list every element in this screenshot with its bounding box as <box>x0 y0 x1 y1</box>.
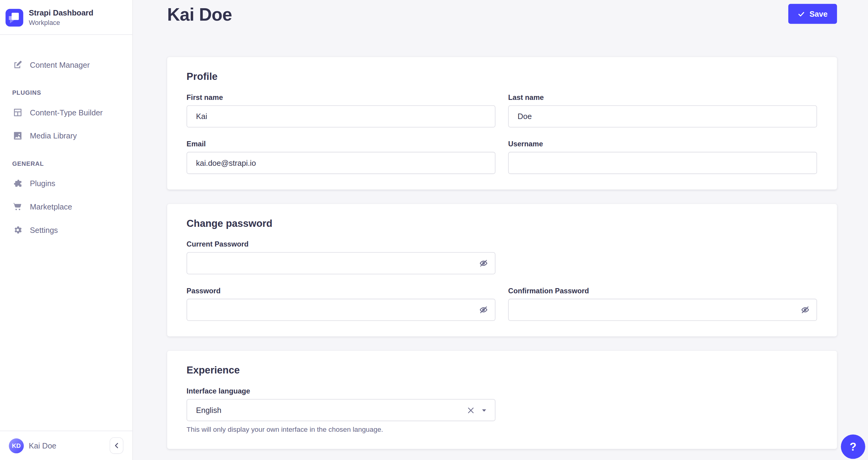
username-field-group: Username <box>508 140 817 174</box>
interface-language-field-group: Interface language English <box>187 387 495 433</box>
email-input[interactable] <box>187 152 495 174</box>
chevron-left-icon <box>113 442 120 449</box>
sidebar-item-plugins[interactable]: Plugins <box>7 173 126 194</box>
main-content: Kai Doe Save Profile First name <box>133 0 868 460</box>
current-password-field-group: Current Password <box>187 240 495 274</box>
sidebar: Strapi Dashboard Workplace Content Manag… <box>0 0 133 460</box>
interface-language-select[interactable]: English <box>187 399 495 421</box>
image-icon <box>12 130 23 142</box>
profile-heading: Profile <box>187 71 817 83</box>
question-mark-icon: ? <box>850 440 857 453</box>
sidebar-item-label: Content Manager <box>30 60 90 69</box>
confirmation-password-field-group: Confirmation Password <box>508 287 817 321</box>
pen-icon <box>12 59 23 70</box>
page-title: Kai Doe <box>167 5 232 25</box>
experience-card: Experience Interface language English <box>167 351 837 449</box>
interface-language-hint: This will only display your own interfac… <box>187 426 495 434</box>
first-name-input[interactable] <box>187 105 495 127</box>
confirmation-password-input[interactable] <box>508 299 817 321</box>
avatar: KD <box>9 438 24 453</box>
strapi-dashboard-page: Strapi Dashboard Workplace Content Manag… <box>0 0 868 460</box>
strapi-logo-icon <box>5 8 23 26</box>
toggle-password-visibility-button[interactable] <box>478 304 489 315</box>
workspace-name: Workplace <box>29 18 93 27</box>
username-label: Username <box>508 140 817 148</box>
clear-icon[interactable] <box>467 406 475 414</box>
chevron-down-icon[interactable] <box>481 407 487 413</box>
username-input[interactable] <box>508 152 817 174</box>
puzzle-icon <box>12 178 23 189</box>
check-icon <box>798 10 805 18</box>
cart-icon <box>12 201 23 212</box>
profile-card: Profile First name Last name Email <box>167 57 837 190</box>
sidebar-item-marketplace[interactable]: Marketplace <box>7 197 126 217</box>
toggle-confirmation-password-visibility-button[interactable] <box>800 304 811 315</box>
current-password-label: Current Password <box>187 240 495 248</box>
interface-language-value: English <box>196 406 467 414</box>
interface-language-label: Interface language <box>187 387 495 395</box>
email-label: Email <box>187 140 495 148</box>
sidebar-section-general: GENERAL <box>12 160 120 167</box>
sidebar-nav: Content Manager PLUGINS Content-Type Bui… <box>0 35 132 431</box>
confirmation-password-label: Confirmation Password <box>508 287 817 295</box>
sidebar-user-row[interactable]: KD Kai Doe <box>0 431 132 460</box>
password-field-group: Password <box>187 287 495 321</box>
current-password-input[interactable] <box>187 252 495 274</box>
email-field-group: Email <box>187 140 495 174</box>
sidebar-item-label: Plugins <box>30 179 56 188</box>
sidebar-item-media-library[interactable]: Media Library <box>7 126 126 146</box>
app-title: Strapi Dashboard <box>29 8 93 18</box>
sidebar-item-settings[interactable]: Settings <box>7 220 126 240</box>
last-name-field-group: Last name <box>508 93 817 127</box>
help-button[interactable]: ? <box>841 434 865 459</box>
sidebar-item-content-manager[interactable]: Content Manager <box>7 55 126 75</box>
save-button[interactable]: Save <box>788 4 837 24</box>
last-name-label: Last name <box>508 93 817 102</box>
collapse-sidebar-button[interactable] <box>110 437 123 454</box>
change-password-card: Change password Current Password <box>167 204 837 337</box>
sidebar-section-plugins: PLUGINS <box>12 89 120 96</box>
sidebar-item-label: Marketplace <box>30 202 72 211</box>
experience-heading: Experience <box>187 365 817 376</box>
sidebar-item-label: Settings <box>30 226 58 234</box>
gear-icon <box>12 224 23 236</box>
last-name-input[interactable] <box>508 105 817 127</box>
layout-icon <box>12 107 23 118</box>
sidebar-item-content-type-builder[interactable]: Content-Type Builder <box>7 103 126 123</box>
sidebar-item-label: Content-Type Builder <box>30 108 103 117</box>
eye-off-icon <box>479 308 488 316</box>
password-input[interactable] <box>187 299 495 321</box>
eye-off-icon <box>479 261 488 269</box>
page-header: Kai Doe Save <box>167 3 837 25</box>
first-name-label: First name <box>187 93 495 102</box>
eye-off-icon <box>800 308 810 316</box>
user-name: Kai Doe <box>29 441 56 450</box>
sidebar-item-label: Media Library <box>30 132 77 140</box>
first-name-field-group: First name <box>187 93 495 127</box>
toggle-current-password-visibility-button[interactable] <box>478 257 489 269</box>
password-label: Password <box>187 287 495 295</box>
change-password-heading: Change password <box>187 218 817 229</box>
workspace-switcher[interactable]: Strapi Dashboard Workplace <box>0 0 132 35</box>
